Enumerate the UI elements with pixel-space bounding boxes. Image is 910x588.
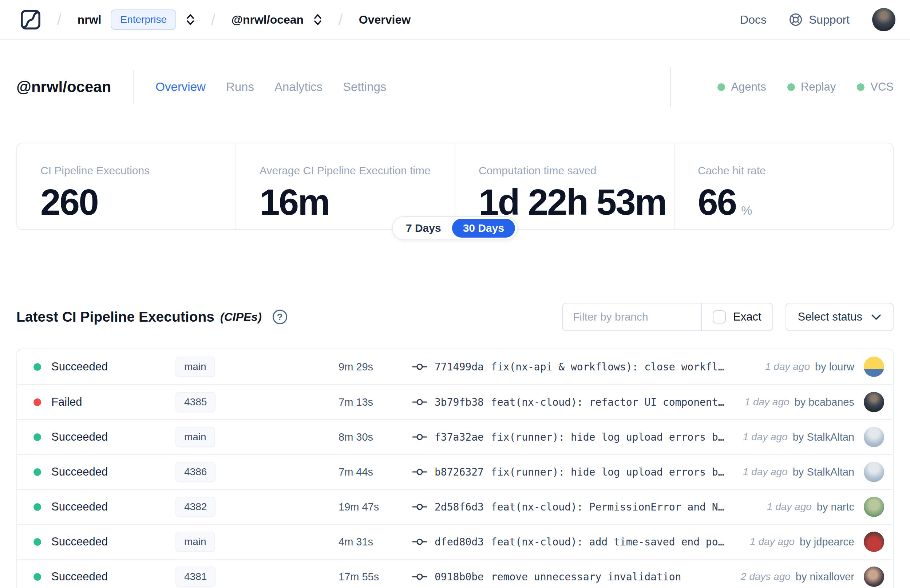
table-row[interactable]: Succeeded 4382 19m 47s 2d58f6d3 feat(nx-…: [17, 489, 893, 524]
table-row[interactable]: Failed 4385 7m 13s 3b79fb38 feat(nx-clou…: [17, 384, 893, 419]
status-dot-failed: [34, 399, 41, 406]
status-label: Succeeded: [51, 500, 108, 514]
commit-message: feat(nx-cloud): PermissionError and N…: [491, 501, 724, 513]
help-icon[interactable]: ?: [273, 310, 287, 324]
status-dot-success: [34, 573, 41, 581]
breadcrumb-org[interactable]: nrwl: [78, 13, 102, 27]
breadcrumb-separator: /: [338, 11, 343, 28]
breadcrumb-separator: /: [57, 11, 61, 28]
nx-cloud-logo-icon[interactable]: [20, 9, 41, 30]
workspace-title: @nrwl/ocean: [16, 78, 111, 96]
status-replay[interactable]: Replay: [787, 81, 836, 94]
cipe-section-header: Latest CI Pipeline Executions (CIPEs) ? …: [16, 303, 894, 331]
range-30-days[interactable]: 30 Days: [452, 219, 515, 237]
tab-settings[interactable]: Settings: [343, 80, 386, 94]
status-dot-success: [34, 538, 41, 546]
branch-pill: 4385: [175, 392, 215, 412]
tab-analytics[interactable]: Analytics: [275, 80, 323, 94]
table-row[interactable]: Succeeded main 9m 29s 771499da fix(nx-ap…: [17, 349, 893, 384]
status-label: Succeeded: [51, 360, 108, 373]
duration: 17m 55s: [338, 571, 412, 583]
branch-pill: main: [175, 531, 215, 552]
commit-message: fix(runner): hide log upload errors b…: [491, 431, 724, 443]
author: by nixallover: [796, 571, 854, 583]
branch-pill: main: [175, 357, 215, 377]
commit-message: remove unnecessary invalidation: [491, 571, 681, 583]
tab-runs[interactable]: Runs: [226, 80, 254, 94]
divider: [670, 67, 671, 107]
breadcrumb-separator: /: [211, 11, 215, 28]
status-dot-success: [34, 433, 41, 441]
author: by jdpearce: [800, 536, 854, 548]
top-navigation-bar: / nrwl Enterprise / @nrwl/ocean / Overvi…: [0, 0, 910, 40]
branch-pill: 4381: [175, 567, 215, 587]
support-link[interactable]: Support: [789, 12, 850, 27]
duration: 8m 30s: [338, 431, 412, 443]
branch-filter-group: Exact: [562, 303, 773, 331]
duration: 19m 47s: [338, 501, 412, 513]
git-commit-icon: [412, 572, 427, 582]
time-ago: 1 day ago: [743, 466, 788, 478]
stat-card-cache-hit: Cache hit rate 66%: [674, 143, 893, 229]
commit-hash: 3b79fb38: [435, 396, 484, 408]
avatar: [864, 427, 884, 447]
git-commit-icon: [412, 397, 427, 407]
workspace-header: @nrwl/ocean Overview Runs Analytics Sett…: [16, 65, 894, 109]
status-agents[interactable]: Agents: [718, 81, 766, 94]
branch-pill: 4386: [175, 462, 215, 482]
service-statuses: Agents Replay VCS: [670, 67, 894, 107]
status-label: Succeeded: [51, 430, 108, 444]
docs-link[interactable]: Docs: [740, 13, 766, 27]
avatar: [864, 357, 884, 377]
stat-card-executions: CI Pipeline Executions 260: [17, 143, 236, 229]
author: by bcabanes: [795, 396, 854, 408]
commit-message: fix(nx-api & workflows): close workfl…: [491, 361, 724, 373]
time-ago: 1 day ago: [765, 361, 810, 373]
status-select-dropdown[interactable]: Select status: [786, 303, 894, 331]
status-vcs[interactable]: VCS: [857, 81, 894, 94]
workspace-selector-chevrons-icon[interactable]: [313, 13, 323, 27]
commit-hash: 2d58f6d3: [435, 501, 484, 513]
cipe-table: Succeeded main 9m 29s 771499da fix(nx-ap…: [16, 349, 894, 588]
range-7-days[interactable]: 7 Days: [395, 219, 452, 237]
table-row[interactable]: Succeeded 4386 7m 44s b8726327 fix(runne…: [17, 454, 893, 489]
duration: 4m 31s: [338, 536, 412, 548]
online-dot-icon: [787, 83, 795, 91]
branch-pill: main: [175, 427, 215, 447]
time-ago: 1 day ago: [767, 501, 812, 513]
table-row[interactable]: Succeeded main 8m 30s f37a32ae fix(runne…: [17, 419, 893, 454]
git-commit-icon: [412, 467, 427, 477]
commit-message: feat(nx-cloud): add time-saved end po…: [491, 536, 724, 548]
status-label: Succeeded: [51, 570, 108, 583]
branch-filter-input[interactable]: [563, 304, 701, 330]
chevron-down-icon: [871, 314, 881, 320]
date-range-toggle: 7 Days 30 Days: [392, 216, 518, 240]
git-commit-icon: [412, 362, 427, 372]
table-row[interactable]: Succeeded main 4m 31s dfed80d3 feat(nx-c…: [17, 524, 893, 559]
status-dot-success: [34, 503, 41, 511]
status-label: Succeeded: [51, 535, 108, 548]
commit-hash: f37a32ae: [435, 431, 484, 443]
percent-suffix: %: [741, 204, 752, 217]
avatar: [864, 392, 884, 412]
org-selector-chevrons-icon[interactable]: [186, 13, 195, 27]
exact-checkbox[interactable]: [713, 310, 726, 323]
table-row[interactable]: Succeeded 4381 17m 55s 0918b0be remove u…: [17, 559, 893, 588]
commit-hash: 0918b0be: [435, 571, 484, 583]
commit-hash: dfed80d3: [435, 536, 484, 548]
git-commit-icon: [412, 432, 427, 442]
status-dot-success: [34, 363, 41, 371]
breadcrumb-workspace[interactable]: @nrwl/ocean: [231, 13, 304, 27]
exact-toggle: Exact: [701, 304, 773, 330]
breadcrumb-page: Overview: [359, 13, 411, 27]
commit-hash: b8726327: [435, 466, 484, 478]
author: by StalkAltan: [793, 466, 854, 478]
time-ago: 2 days ago: [741, 571, 790, 583]
divider: [133, 70, 134, 104]
status-label: Failed: [51, 396, 82, 409]
user-avatar[interactable]: [872, 8, 895, 31]
branch-pill: 4382: [175, 497, 215, 517]
commit-message: fix(runner): hide log upload errors b…: [491, 466, 724, 478]
time-ago: 1 day ago: [750, 536, 795, 548]
tab-overview[interactable]: Overview: [155, 80, 206, 94]
